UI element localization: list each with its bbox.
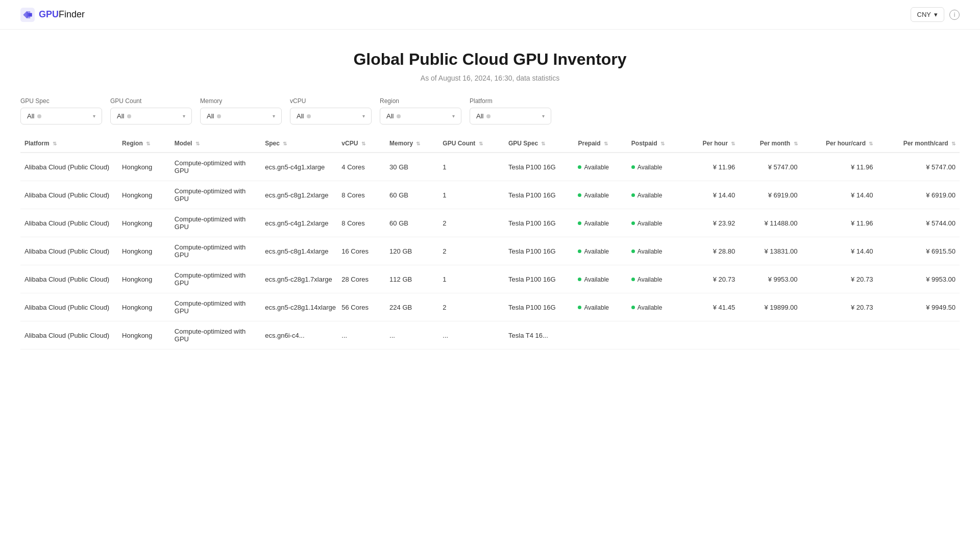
filter-value: All: [27, 112, 34, 120]
col-header-gpu-spec[interactable]: GPU Spec ⇅: [504, 135, 574, 153]
filter-group-platform: PlatformAll▾: [470, 97, 551, 124]
cell-per_hour_card: ¥ 11.96: [802, 153, 877, 181]
col-header-region[interactable]: Region ⇅: [118, 135, 170, 153]
available-dot-icon: [631, 306, 635, 309]
status-badge: Available: [578, 164, 608, 171]
cell-region: Hongkong: [118, 265, 170, 293]
cell-per_month: ¥ 5747.00: [739, 153, 801, 181]
filter-group-memory: MemoryAll▾: [200, 97, 282, 124]
available-dot-icon: [578, 306, 581, 309]
cell-gpu_count: 2: [438, 237, 504, 265]
cell-per_month_card: ¥ 5747.00: [877, 153, 960, 181]
available-dot-icon: [578, 193, 581, 197]
filter-dot-icon: [217, 114, 221, 118]
col-header-prepaid[interactable]: Prepaid ⇅: [574, 135, 627, 153]
cell-model: Compute-optimized with GPU: [170, 153, 261, 181]
table-container: Platform ⇅ Region ⇅ Model ⇅ Spec ⇅ vCPU …: [0, 135, 980, 370]
col-header-per-hour-card[interactable]: Per hour/card ⇅: [802, 135, 877, 153]
status-text: Available: [584, 248, 608, 255]
currency-value: CNY: [917, 11, 931, 18]
cell-model: Compute-optimized with GPU: [170, 293, 261, 321]
cell-gpu_spec: Tesla P100 16G: [504, 153, 574, 181]
filter-value: All: [297, 112, 304, 120]
col-header-per-month-card[interactable]: Per month/card ⇅: [877, 135, 960, 153]
filter-label-memory: Memory: [200, 97, 282, 105]
page-title: Global Public Cloud GPU Inventory: [10, 50, 970, 69]
col-header-vcpu[interactable]: vCPU ⇅: [337, 135, 385, 153]
table-row: Alibaba Cloud (Public Cloud)HongkongComp…: [20, 293, 960, 321]
cell-per_hour_card: ¥ 20.73: [802, 293, 877, 321]
table-row: Alibaba Cloud (Public Cloud)HongkongComp…: [20, 265, 960, 293]
chevron-down-icon: ▾: [452, 113, 455, 119]
sort-icon: ⇅: [283, 141, 287, 146]
col-header-platform[interactable]: Platform ⇅: [20, 135, 118, 153]
available-dot-icon: [578, 278, 581, 281]
col-header-per-hour[interactable]: Per hour ⇅: [683, 135, 739, 153]
filter-dot-icon: [397, 114, 401, 118]
cell-vcpu: 8 Cores: [337, 209, 385, 237]
filter-group-vcpu: vCPUAll▾: [290, 97, 372, 124]
cell-spec: ecs.gn5-c8g1.2xlarge: [261, 181, 337, 209]
cell-model: Compute-optimized with GPU: [170, 181, 261, 209]
available-dot-icon: [578, 165, 581, 169]
filter-select-gpu-spec[interactable]: All▾: [20, 108, 102, 124]
status-text: Available: [584, 220, 608, 227]
filter-value: All: [207, 112, 214, 120]
filter-value: All: [117, 112, 124, 120]
cell-prepaid: Available: [574, 265, 627, 293]
cell-memory: ...: [385, 321, 438, 349]
cell-spec: ecs.gn5-c4g1.xlarge: [261, 153, 337, 181]
cell-per_hour: ¥ 23.92: [683, 209, 739, 237]
cell-per_month: ¥ 9953.00: [739, 265, 801, 293]
status-text: Available: [638, 276, 662, 283]
sort-icon: ⇅: [951, 141, 955, 146]
col-header-gpu-count[interactable]: GPU Count ⇅: [438, 135, 504, 153]
cell-prepaid: Available: [574, 181, 627, 209]
cell-prepaid: Available: [574, 237, 627, 265]
info-icon[interactable]: i: [949, 10, 960, 20]
status-text: Available: [638, 192, 662, 199]
col-header-spec[interactable]: Spec ⇅: [261, 135, 337, 153]
filter-select-region[interactable]: All▾: [380, 108, 461, 124]
filter-group-gpu-count: GPU CountAll▾: [110, 97, 192, 124]
filter-dot-icon: [37, 114, 41, 118]
cell-memory: 112 GB: [385, 265, 438, 293]
col-header-model[interactable]: Model ⇅: [170, 135, 261, 153]
available-dot-icon: [631, 278, 635, 281]
page-subtitle: As of August 16, 2024, 16:30, data stati…: [10, 74, 970, 82]
col-header-per-month[interactable]: Per month ⇅: [739, 135, 801, 153]
filter-label-gpu-count: GPU Count: [110, 97, 192, 105]
col-header-memory[interactable]: Memory ⇅: [385, 135, 438, 153]
cell-platform: Alibaba Cloud (Public Cloud): [20, 153, 118, 181]
sort-icon: ⇅: [195, 141, 200, 146]
cell-gpu_count: 1: [438, 181, 504, 209]
filter-label-gpu-spec: GPU Spec: [20, 97, 102, 105]
svg-rect-1: [29, 13, 32, 16]
cell-per_hour: ¥ 11.96: [683, 153, 739, 181]
filter-value: All: [476, 112, 483, 120]
cell-region: Hongkong: [118, 321, 170, 349]
chevron-down-icon: ▾: [542, 113, 545, 119]
sort-icon: ⇅: [731, 141, 735, 146]
cell-per_month_card: [877, 321, 960, 349]
status-text: Available: [638, 248, 662, 255]
filter-select-gpu-count[interactable]: All▾: [110, 108, 192, 124]
currency-selector[interactable]: CNY ▾: [911, 7, 944, 22]
logo-gpu: GPU: [39, 9, 59, 19]
cell-spec: ecs.gn5-c4g1.2xlarge: [261, 209, 337, 237]
status-text: Available: [584, 276, 608, 283]
cell-gpu_count: 2: [438, 293, 504, 321]
cell-region: Hongkong: [118, 237, 170, 265]
cell-vcpu: ...: [337, 321, 385, 349]
filter-select-platform[interactable]: All▾: [470, 108, 551, 124]
cell-vcpu: 28 Cores: [337, 265, 385, 293]
filter-dot-icon: [307, 114, 311, 118]
cell-spec: ecs.gn5-c8g1.4xlarge: [261, 237, 337, 265]
cell-prepaid: Available: [574, 209, 627, 237]
cell-postpaid: [627, 321, 684, 349]
filter-select-vcpu[interactable]: All▾: [290, 108, 372, 124]
chevron-down-icon: ▾: [362, 113, 365, 119]
filter-select-memory[interactable]: All▾: [200, 108, 282, 124]
col-header-postpaid[interactable]: Postpaid ⇅: [627, 135, 684, 153]
sort-icon: ⇅: [660, 141, 665, 146]
